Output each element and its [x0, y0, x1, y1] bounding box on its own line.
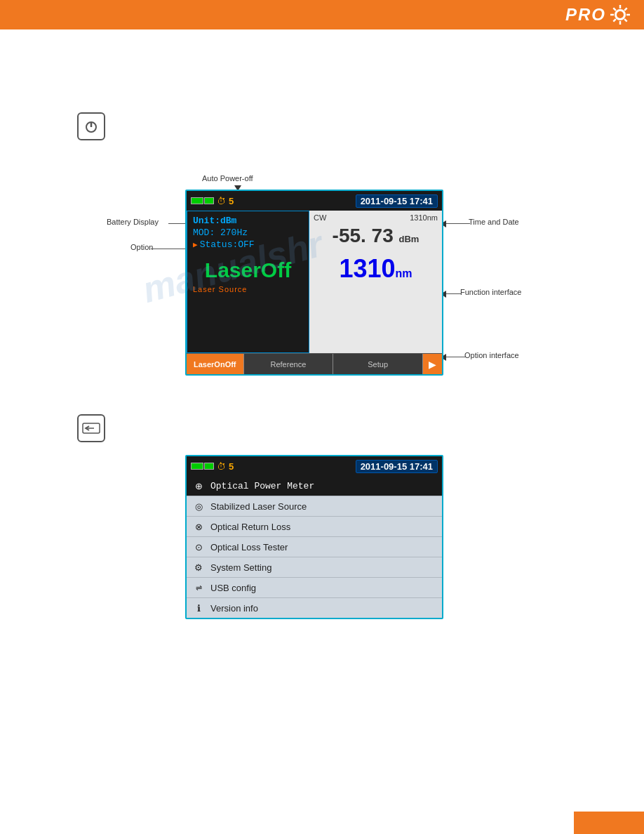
mode-text: CW: [314, 213, 326, 222]
reference-button[interactable]: Reference: [244, 354, 334, 374]
dbm-unit: dBm: [399, 234, 420, 244]
sun-logo-icon: [609, 4, 631, 26]
status-text: ▶ Status:OFF: [193, 239, 303, 250]
optical-power-meter-icon: ⊕: [192, 479, 205, 492]
menu-item-system-setting[interactable]: ⚙ System Setting: [187, 557, 442, 578]
stabilized-laser-icon: ◎: [192, 500, 205, 512]
battery-bar-1: [191, 197, 203, 204]
menu-item-optical-return-loss[interactable]: ⊗ Optical Return Loss: [187, 517, 442, 537]
bottom-bar: LaserOnOff Reference Setup ▶: [187, 353, 442, 374]
battery-display-label: Battery Display: [107, 218, 159, 226]
svg-line-8: [624, 8, 627, 11]
datetime-display-1: 2011-09-15 17:41: [356, 194, 438, 208]
unit-text: Unit:dBm: [193, 216, 303, 226]
battery-bar-2: [204, 197, 214, 204]
menu-clock-icon: ⏱: [217, 461, 226, 472]
function-interface-label: Function interface: [460, 288, 521, 296]
mod-text: MOD: 270Hz: [193, 227, 303, 238]
footer-bar: [574, 812, 644, 834]
battery-section: ⏱ 5: [191, 196, 234, 206]
svg-line-9: [613, 19, 616, 22]
usb-config-icon: ⇌: [192, 581, 205, 594]
pro-logo: PRO: [565, 4, 631, 26]
version-info-icon: ℹ: [192, 602, 205, 614]
cw-row: CW 1310nm: [314, 213, 438, 222]
option-iface-line: [445, 357, 466, 357]
status-value: Status:OFF: [200, 239, 255, 250]
menu-status-bar: ⏱ 5 2011-09-15 17:41: [187, 456, 442, 476]
optical-loss-tester-label: Optical Loss Tester: [210, 542, 288, 552]
menu-item-optical-loss-tester[interactable]: ⊙ Optical Loss Tester: [187, 537, 442, 557]
version-info-label: Version info: [210, 603, 258, 614]
menu-battery-bar-1: [191, 463, 203, 470]
battery-icon: [191, 197, 214, 204]
optical-return-loss-label: Optical Return Loss: [210, 522, 290, 532]
next-arrow-button[interactable]: ▶: [423, 354, 442, 374]
laser-on-off-button[interactable]: LaserOnOff: [187, 354, 244, 374]
reading-value: -55. 73: [333, 225, 394, 246]
stabilized-laser-label: Stabilized Laser Source: [210, 501, 307, 512]
wavelength-number: 1310: [339, 254, 395, 283]
menu-battery-bar-2: [204, 463, 214, 470]
battery-line: [168, 223, 187, 224]
system-setting-icon: ⚙: [192, 561, 205, 574]
power-button-icon[interactable]: [77, 112, 105, 140]
menu-datetime-display: 2011-09-15 17:41: [356, 460, 438, 473]
left-panel: Unit:dBm MOD: 270Hz ▶ Status:OFF LaserOf…: [187, 211, 309, 353]
back-button-icon[interactable]: [77, 414, 105, 442]
menu-item-usb-config[interactable]: ⇌ USB config: [187, 578, 442, 598]
wavelength-top: 1310nm: [410, 213, 438, 222]
optical-return-loss-icon: ⊗: [192, 520, 205, 533]
optical-power-meter-label: Optical Power Meter: [210, 481, 314, 491]
menu-auto-off-num: 5: [229, 461, 234, 472]
power-icon: [83, 118, 100, 135]
brand-text: PRO: [565, 5, 606, 25]
setup-button[interactable]: Setup: [333, 354, 423, 374]
optical-loss-tester-icon: ⊙: [192, 541, 205, 553]
header-bar: PRO: [0, 0, 644, 29]
auto-power-off-label: Auto Power-off: [202, 174, 253, 183]
menu-item-version-info[interactable]: ℹ Version info: [187, 598, 442, 618]
option-interface-label: Option interface: [464, 351, 519, 359]
svg-line-6: [613, 8, 616, 11]
status-bar-1: ⏱ 5 2011-09-15 17:41: [187, 191, 442, 211]
device-screen-1: ⏱ 5 2011-09-15 17:41 Unit:dBm MOD: 270Hz…: [185, 190, 443, 376]
menu-battery-section: ⏱ 5: [191, 461, 234, 472]
option-label: Option: [130, 243, 153, 251]
screen-content-1: Unit:dBm MOD: 270Hz ▶ Status:OFF LaserOf…: [187, 211, 442, 353]
menu-item-optical-power-meter[interactable]: ⊕ Optical Power Meter: [187, 476, 442, 496]
back-icon: [82, 421, 100, 436]
menu-battery-icon: [191, 463, 214, 470]
option-line: [151, 249, 187, 249]
laser-source-label: Laser Source: [193, 285, 303, 293]
svg-line-7: [624, 19, 627, 22]
svg-point-1: [617, 11, 624, 18]
time-date-label: Time and Date: [469, 218, 519, 226]
right-panel: CW 1310nm -55. 73 dBm 1310nm: [309, 211, 442, 353]
clock-icon: ⏱: [217, 196, 226, 206]
play-arrow-icon: ▶: [193, 240, 198, 249]
device-screen-2: ⏱ 5 2011-09-15 17:41 ⊕ Optical Power Met…: [185, 455, 443, 619]
power-reading: -55. 73 dBm: [314, 225, 438, 247]
menu-item-stabilized-laser[interactable]: ◎ Stabilized Laser Source: [187, 496, 442, 517]
nm-unit: nm: [396, 267, 412, 279]
time-line: [445, 223, 470, 224]
system-setting-label: System Setting: [210, 562, 271, 573]
menu-list: ⊕ Optical Power Meter ◎ Stabilized Laser…: [187, 476, 442, 618]
function-line: [445, 293, 462, 294]
laser-off-text: LaserOff: [193, 258, 303, 282]
auto-off-number: 5: [229, 196, 234, 206]
wavelength-large: 1310nm: [314, 254, 438, 284]
usb-config-label: USB config: [210, 583, 256, 593]
